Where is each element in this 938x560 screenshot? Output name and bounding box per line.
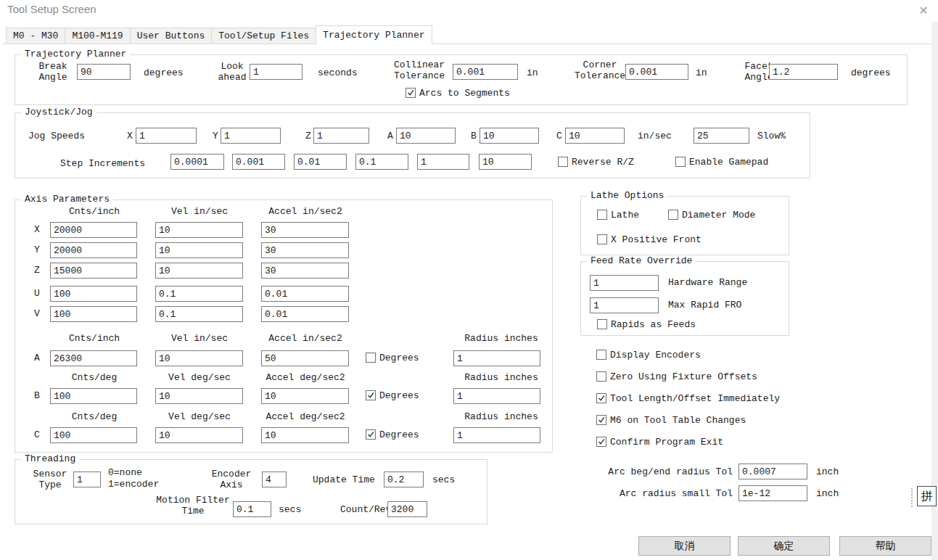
sensor-type-label: Sensor Type (28, 469, 72, 490)
axis-a-degrees-label: Degrees (379, 353, 419, 364)
tab-user-buttons[interactable]: User Buttons (130, 28, 213, 44)
m6-on-tool-table-changes-checkbox[interactable] (596, 415, 606, 425)
axis-z-accel-input[interactable] (261, 263, 349, 279)
axis-b-accel-input[interactable] (261, 388, 349, 404)
ok-button[interactable]: 确定 (738, 536, 830, 556)
axis-z-cnts-input[interactable] (50, 263, 137, 279)
axis-u-cnts-input[interactable] (50, 286, 137, 302)
check-icon (597, 416, 606, 424)
axis-c-cnts-input[interactable] (50, 427, 137, 443)
help-button[interactable]: 帮助 (839, 536, 931, 556)
step-increment-2-input[interactable] (294, 154, 347, 170)
axis-a-label: A (34, 353, 40, 364)
axis-c-degrees-checkbox[interactable] (366, 429, 376, 440)
close-icon[interactable]: ✕ (915, 2, 932, 18)
axis-y-cnts-input[interactable] (50, 242, 137, 258)
axis-x-vel-input[interactable] (155, 222, 243, 238)
axis-a-vel-input[interactable] (155, 350, 243, 366)
step-increment-1-input[interactable] (232, 154, 285, 170)
tab-trajectory-planner[interactable]: Trajectory Planner (316, 25, 432, 44)
axis-a-accel-input[interactable] (261, 350, 349, 366)
confirm-program-exit-checkbox[interactable] (596, 437, 606, 447)
update-time-input[interactable] (384, 472, 424, 487)
axis-a-radius-input[interactable] (453, 350, 540, 366)
update-time-unit: secs (432, 474, 455, 486)
axis-y-vel-input[interactable] (155, 242, 243, 258)
break-angle-input[interactable] (77, 64, 131, 80)
cancel-button[interactable]: 取消 (638, 536, 731, 556)
col-header-c-radius: Radius inches (464, 411, 538, 423)
lathe-checkbox[interactable] (597, 210, 607, 220)
look-ahead-input[interactable] (250, 64, 303, 80)
axis-y-accel-input[interactable] (261, 242, 349, 258)
axis-u-vel-input[interactable] (155, 286, 243, 302)
max-rapid-fro-input[interactable] (590, 297, 659, 313)
check-icon (597, 437, 606, 446)
jog-b-input[interactable] (480, 128, 539, 144)
tab-m100-m119[interactable]: M100-M119 (65, 28, 130, 44)
x-positive-front-label: X Positive Front (611, 234, 702, 246)
hardware-range-input[interactable] (590, 275, 659, 291)
step-increment-5-input[interactable] (479, 154, 532, 170)
step-increment-0-input[interactable] (170, 154, 224, 170)
check-icon (406, 88, 415, 97)
col-header-b-cnts: Cnts/deg (72, 372, 117, 384)
axis-c-radius-input[interactable] (453, 427, 540, 443)
axis-u-accel-input[interactable] (261, 286, 349, 302)
axis-a-cnts-input[interactable] (50, 350, 137, 366)
axis-x-accel-input[interactable] (261, 222, 349, 238)
zero-using-fixture-offsets-checkbox[interactable] (596, 371, 606, 382)
sensor-type-input[interactable] (73, 472, 101, 487)
x-positive-front-checkbox[interactable] (597, 234, 607, 244)
step-increment-3-input[interactable] (355, 154, 408, 170)
jog-y-input[interactable] (221, 128, 281, 144)
arc-beg-end-radius-tol-input[interactable] (739, 464, 807, 479)
display-encoders-checkbox[interactable] (596, 350, 606, 360)
arcs-to-segments-checkbox[interactable] (406, 88, 416, 98)
ime-drag-handle[interactable] (911, 488, 914, 507)
arc-radius-small-tol-label: Arc radius small Tol (620, 488, 733, 500)
tab-tool-setup-files[interactable]: Tool/Setup Files (211, 28, 316, 44)
axis-b-vel-input[interactable] (155, 388, 243, 404)
ime-indicator[interactable]: 拼 (917, 486, 937, 506)
axis-b-cnts-input[interactable] (50, 388, 137, 404)
diameter-mode-checkbox[interactable] (668, 210, 678, 220)
collinear-tolerance-input[interactable] (453, 64, 518, 80)
count-rev-input[interactable] (387, 501, 427, 517)
reverse-rz-checkbox[interactable] (558, 157, 568, 167)
axis-c-accel-input[interactable] (261, 427, 349, 443)
feed-rate-override-group: Feed Rate Override Hardware Range Max Ra… (580, 261, 789, 336)
motion-filter-time-input[interactable] (233, 501, 271, 517)
axis-v-accel-input[interactable] (261, 306, 349, 322)
jog-a-input[interactable] (396, 128, 456, 144)
axis-z-label: Z (34, 265, 40, 276)
col-header-c-accel: Accel deg/sec2 (266, 411, 345, 423)
axis-z-vel-input[interactable] (155, 263, 243, 279)
col-header-a-vel: Vel in/sec (171, 333, 228, 345)
step-increment-4-input[interactable] (417, 154, 469, 170)
axis-b-degrees-checkbox[interactable] (366, 390, 376, 400)
axis-v-vel-input[interactable] (155, 306, 243, 322)
jog-z-input[interactable] (313, 128, 369, 144)
col-header-accel-in: Accel in/sec2 (268, 206, 342, 218)
jog-speeds-label: Jog Speeds (28, 131, 85, 142)
axis-x-cnts-input[interactable] (50, 222, 137, 238)
axis-b-radius-input[interactable] (453, 388, 540, 404)
axis-c-vel-input[interactable] (155, 427, 243, 443)
arc-radius-small-tol-input[interactable] (739, 485, 807, 501)
col-header-c-cnts: Cnts/deg (72, 411, 117, 423)
axis-v-cnts-input[interactable] (50, 306, 137, 322)
rapids-as-feeds-checkbox[interactable] (597, 319, 607, 329)
hardware-range-label: Hardware Range (668, 277, 747, 289)
jog-c-input[interactable] (565, 128, 625, 144)
axis-a-degrees-checkbox[interactable] (366, 353, 376, 363)
enable-gamepad-checkbox[interactable] (675, 157, 686, 167)
tool-length-offset-immediately-checkbox[interactable] (596, 393, 606, 403)
reverse-rz-label: Reverse R/Z (572, 157, 634, 168)
tab-m0-m30[interactable]: M0 - M30 (6, 28, 65, 44)
slow-percent-input[interactable] (694, 128, 749, 144)
facet-angle-input[interactable] (769, 64, 838, 80)
corner-tolerance-input[interactable] (625, 64, 688, 80)
jog-x-input[interactable] (136, 128, 197, 144)
encoder-axis-input[interactable] (262, 472, 287, 487)
